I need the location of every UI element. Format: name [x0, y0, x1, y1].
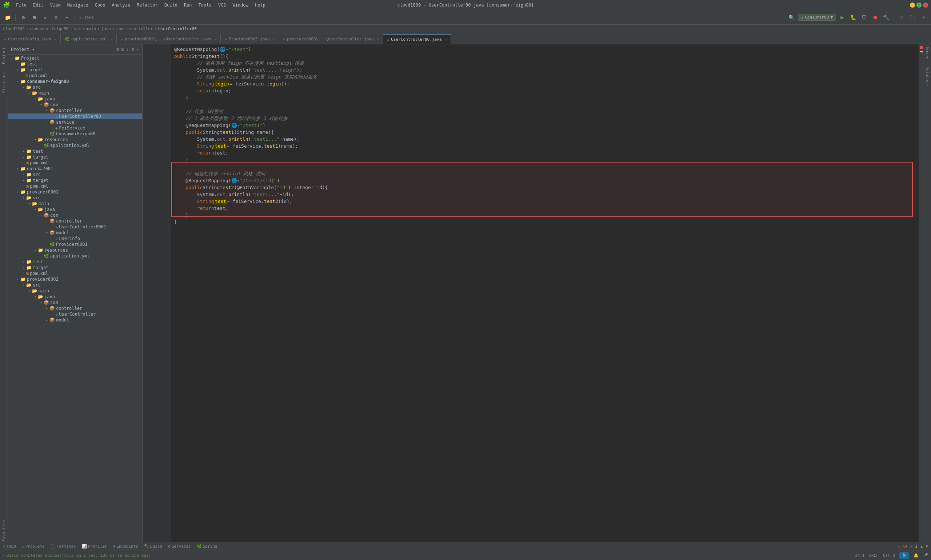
- help-button[interactable]: ?: [919, 13, 928, 22]
- sidebar-settings-btn[interactable]: ⚙: [116, 46, 119, 52]
- tree-src[interactable]: ▾📂src: [8, 85, 142, 90]
- code-line-27[interactable]: // 1 基本类型参数 2 地址栏传参 3 对象传参: [174, 115, 916, 122]
- sync-btn[interactable]: ⚙: [18, 13, 28, 22]
- code-line-17[interactable]: @RequestMapping(🌐▾"/test"): [174, 46, 916, 53]
- profiler-btn[interactable]: 📊 Profiler: [82, 544, 107, 549]
- tree-test[interactable]: ▾📁test: [8, 61, 142, 67]
- search-btn[interactable]: 🔍: [787, 13, 796, 22]
- tab-close[interactable]: ✕: [111, 37, 113, 41]
- maximize-button[interactable]: □: [916, 3, 922, 8]
- menu-run[interactable]: Run: [181, 2, 195, 8]
- breadcrumb-project[interactable]: cloud1009: [3, 26, 25, 31]
- minimize-button[interactable]: ─: [910, 3, 915, 8]
- code-line-34[interactable]: [174, 163, 916, 170]
- breadcrumb-module[interactable]: consumer-feign80: [30, 26, 68, 31]
- services-btn[interactable]: ⚙ Services: [168, 544, 191, 549]
- tab-provider8003[interactable]: ☕ Provider8003.java ✕: [221, 34, 279, 44]
- code-line-33[interactable]: }: [174, 156, 916, 163]
- code-line-36[interactable]: @RequestMapping(🌐▾"/test2/{id}"): [174, 177, 916, 184]
- tree-p8001-src[interactable]: ▾📂src: [8, 195, 142, 201]
- cursor-position[interactable]: 34:1: [855, 553, 865, 558]
- tree-java[interactable]: ▾📂java: [8, 96, 142, 102]
- problems-btn[interactable]: ⚠ Problems: [22, 544, 45, 549]
- tree-pomxml2[interactable]: mpom.xml: [8, 160, 142, 166]
- sidebar-sort-btn[interactable]: ↕: [126, 46, 129, 52]
- tree-p8002-controller[interactable]: ▸📦controller: [8, 305, 142, 311]
- tree-provider8001-main[interactable]: 🌿Provider8001: [8, 242, 142, 247]
- database-panel-label[interactable]: Database: [925, 66, 929, 86]
- code-line-32[interactable]: return test;: [174, 149, 916, 156]
- code-line-19[interactable]: // 服务调用 feign 不在使用 resttempl 模板: [174, 60, 916, 66]
- tree-userinfo[interactable]: ☕userInfo: [8, 235, 142, 242]
- tab-contextconfig[interactable]: ☕ ContextConfig.java ✕: [0, 34, 61, 44]
- menu-edit[interactable]: Edit: [30, 2, 46, 8]
- tree-target2[interactable]: ▸📁target: [8, 154, 142, 160]
- tree-applicationyml[interactable]: 🌿application.yml: [8, 143, 142, 148]
- code-line-22[interactable]: String login = feiService.login();: [174, 80, 916, 87]
- breadcrumb-main[interactable]: main: [86, 26, 96, 31]
- code-line-40[interactable]: return test;: [174, 205, 916, 212]
- stop-button[interactable]: ⏹: [870, 13, 880, 22]
- structure-panel-label[interactable]: Structure: [2, 71, 6, 93]
- code-line-41[interactable]: }: [174, 212, 916, 218]
- code-line-30[interactable]: System.out.println("test1..."+name);: [174, 135, 916, 143]
- code-line-28[interactable]: @RequestMapping(🌐▾"/test1"): [174, 122, 916, 129]
- todo-btn[interactable]: ☑ TODO: [3, 544, 16, 549]
- tree-p8001-target[interactable]: ▸📁target: [8, 265, 142, 271]
- collapse-btn[interactable]: −: [62, 13, 72, 22]
- menu-navigate[interactable]: Navigate: [65, 2, 91, 8]
- mic-icon[interactable]: 🎤: [923, 553, 928, 558]
- code-line-18[interactable]: public String test(){: [174, 53, 916, 60]
- sidebar-layout-btn[interactable]: ⊞: [122, 46, 125, 52]
- endpoints-btn[interactable]: ⊕ Endpoints: [113, 544, 138, 549]
- tree-eureka7001[interactable]: ▸📁eureka7001: [8, 166, 142, 172]
- spring-btn[interactable]: 🌿 Spring: [197, 544, 217, 549]
- tab-close[interactable]: ✕: [273, 37, 275, 41]
- tree-p8001-test[interactable]: ▸📁test: [8, 259, 142, 265]
- tab-applicationyml[interactable]: 🌿 application.yml ✕: [61, 34, 117, 44]
- menu-window[interactable]: Window: [229, 2, 251, 8]
- tree-consumer-feign80[interactable]: ▾📁consumer-feign80: [8, 78, 142, 85]
- code-line-37[interactable]: public String test2(@PathVariable("id") …: [174, 184, 916, 191]
- code-line-21[interactable]: // 创建 service 层通过配置 feign 来实现调用服务: [174, 74, 916, 80]
- debug-button[interactable]: 🐛: [848, 13, 858, 22]
- code-line-31[interactable]: String test = feiService.test1(name);: [174, 143, 916, 149]
- settings-btn[interactable]: ⚙: [51, 13, 61, 22]
- breadcrumb-java[interactable]: java: [101, 26, 111, 31]
- charset[interactable]: UTF-8: [883, 553, 895, 558]
- tab-close[interactable]: ✕: [55, 37, 57, 41]
- tree-p8001-controller[interactable]: ▾📦controller: [8, 218, 142, 224]
- tree-consumerfeign80[interactable]: 🌿ConsumerFeign80: [8, 131, 142, 137]
- coverage-button[interactable]: ⛉: [859, 13, 869, 22]
- menu-file[interactable]: File: [13, 2, 29, 8]
- code-line-25[interactable]: [174, 101, 916, 108]
- tree-eureka-target[interactable]: ▸📁target: [8, 177, 142, 183]
- menu-tools[interactable]: Tools: [195, 2, 215, 8]
- code-line-39[interactable]: String test = feiService.test2(id);: [174, 198, 916, 205]
- tree-main[interactable]: ▾📂main: [8, 90, 142, 96]
- tree-pomxml1[interactable]: mpom.xml: [8, 73, 142, 78]
- code-content[interactable]: @RequestMapping(🌐▾"/test") public String…: [171, 45, 919, 542]
- menu-refactor[interactable]: Refactor: [134, 2, 161, 8]
- tab-close[interactable]: ✕: [377, 37, 379, 41]
- git-button[interactable]: ⑂: [897, 13, 906, 22]
- code-line-20[interactable]: System.out.println("test.....feign");: [174, 66, 916, 74]
- tree-com[interactable]: ▾📦com: [8, 102, 142, 108]
- tab-close[interactable]: ✕: [215, 37, 217, 41]
- menu-view[interactable]: View: [47, 2, 64, 8]
- project-btn[interactable]: 📁: [3, 13, 12, 22]
- sidebar-gear-btn[interactable]: ⚙: [131, 46, 134, 52]
- tree-p8002-java[interactable]: ▾📂java: [8, 294, 142, 300]
- code-line-43[interactable]: [174, 225, 916, 232]
- tree-p8002-model[interactable]: ▸📦model: [8, 317, 142, 323]
- layout-btn[interactable]: ⊞: [29, 13, 39, 22]
- nav-down[interactable]: ▼: [926, 544, 928, 549]
- tree-usercontroller8001[interactable]: ☕UserController8001: [8, 224, 142, 230]
- code-line-24[interactable]: }: [174, 94, 916, 101]
- menu-help[interactable]: Help: [252, 2, 268, 8]
- tree-p8001-pom[interactable]: mpom.xml: [8, 271, 142, 276]
- close-button[interactable]: ✕: [923, 3, 928, 8]
- tree-eureka-pom[interactable]: mpom.xml: [8, 183, 142, 189]
- tree-feiservice[interactable]: ◈FeiService: [8, 125, 142, 131]
- tree-p8001-yml[interactable]: 🌿application.yml: [8, 253, 142, 259]
